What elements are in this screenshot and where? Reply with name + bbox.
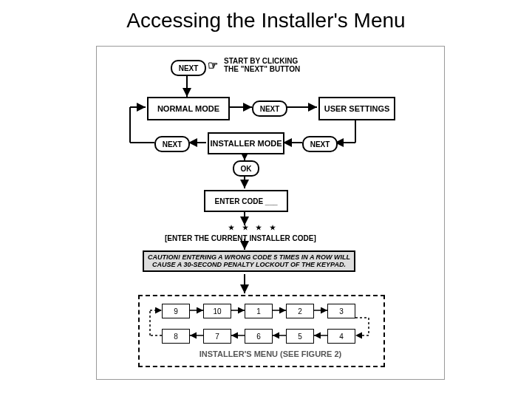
next-pill-right: NEXT	[302, 136, 338, 152]
menu-cell-4: 4	[327, 329, 355, 344]
ok-pill: OK	[233, 160, 259, 177]
start-next-pill: NEXT	[171, 60, 206, 76]
menu-cell-9: 9	[162, 304, 190, 318]
menu-cell-5: 5	[286, 329, 314, 344]
start-line1: START BY CLICKING	[224, 57, 298, 65]
page-title: Accessing the Installer's Menu	[0, 0, 532, 33]
menu-cell-3: 3	[327, 304, 355, 318]
enter-code-label: [ENTER THE CURRENT INSTALLER CODE]	[165, 234, 316, 242]
start-instruction: START BY CLICKING THE "NEXT" BUTTON	[224, 57, 320, 73]
pointing-hand-icon: ☞	[208, 58, 218, 72]
menu-cell-2: 2	[286, 304, 314, 318]
node-user-settings: USER SETTINGS	[318, 97, 395, 120]
start-line2: THE "NEXT" BUTTON	[224, 65, 300, 73]
installer-menu-caption: INSTALLER'S MENU (SEE FIGURE 2)	[97, 349, 444, 358]
code-stars: ★ ★ ★ ★	[228, 224, 279, 231]
menu-cell-7: 7	[203, 329, 231, 344]
flowchart-canvas: NEXT ☞ START BY CLICKING THE "NEXT" BUTT…	[96, 46, 445, 380]
node-installer-mode: INSTALLER MODE	[208, 132, 284, 154]
menu-cell-6: 6	[245, 329, 273, 344]
node-normal-mode: NORMAL MODE	[147, 97, 230, 120]
menu-cell-10: 10	[203, 304, 231, 318]
next-pill-1: NEXT	[252, 100, 287, 117]
menu-cell-1: 1	[245, 304, 273, 318]
menu-cell-8: 8	[162, 329, 190, 344]
next-pill-left: NEXT	[154, 136, 190, 152]
node-enter-code: ENTER CODE ___	[204, 190, 288, 212]
caution-banner: CAUTION! ENTERING A WRONG CODE 5 TIMES I…	[143, 250, 355, 272]
